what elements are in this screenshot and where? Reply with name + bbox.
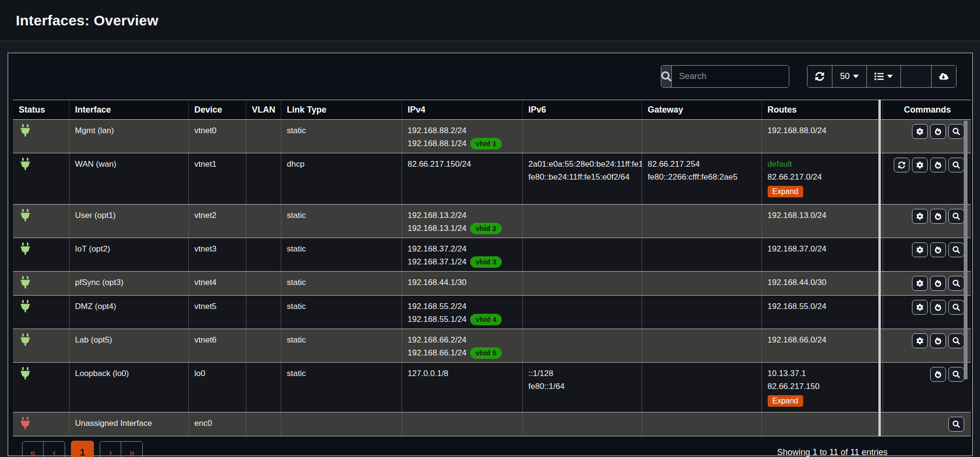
command-search-button[interactable]: [948, 242, 964, 257]
command-gear-button[interactable]: [912, 333, 928, 348]
route-entry: 192.168.66.0/24: [768, 333, 879, 346]
interface-cell: IoT (opt2): [69, 238, 188, 272]
column-header-routes[interactable]: Routes: [761, 100, 883, 120]
refresh-button[interactable]: [807, 66, 832, 87]
vlan-cell: [246, 153, 281, 205]
command-flame-button[interactable]: [930, 158, 946, 172]
expand-routes-button[interactable]: Expand: [768, 186, 803, 197]
expand-routes-button[interactable]: Expand: [768, 395, 803, 407]
search-input[interactable]: [672, 66, 789, 87]
plug-status-icon: [21, 242, 30, 255]
command-flame-button[interactable]: [930, 276, 946, 291]
routes-cell: [761, 412, 883, 436]
flame-icon: [934, 161, 942, 169]
command-search-button[interactable]: [948, 367, 964, 382]
plug-status-icon: [21, 124, 30, 137]
table-footer: « ‹ 1 › » Showing 1 to 11 of 11 entries: [8, 436, 972, 457]
command-search-button[interactable]: [948, 417, 964, 432]
command-flame-button[interactable]: [930, 209, 946, 224]
search-icon: [953, 161, 960, 169]
ipv6-cell: [522, 412, 642, 436]
ipv4-cell: 192.168.44.1/30: [402, 272, 522, 296]
chevron-down-icon: [887, 75, 893, 78]
flame-icon: [934, 246, 942, 253]
link-type-cell: static: [281, 363, 402, 412]
plug-status-icon: [21, 333, 30, 346]
plug-status-icon: [21, 276, 30, 288]
column-header-ipv6[interactable]: IPv6: [522, 100, 642, 120]
refresh-icon: [815, 72, 824, 81]
page-size-select[interactable]: 50: [832, 66, 867, 87]
interfaces-table-wrap: StatusInterfaceDeviceVLANLink TypeIPv4IP…: [13, 100, 968, 436]
route-entry: 192.168.44.0/30: [768, 276, 879, 289]
vhid-badge: vhid 5: [470, 347, 501, 359]
column-header-commands[interactable]: Commands: [883, 100, 971, 120]
command-search-button[interactable]: [948, 124, 964, 139]
cloud-download-button[interactable]: [932, 66, 956, 87]
ipv6-cell: [522, 329, 642, 363]
prev-page-button[interactable]: ‹: [44, 442, 65, 457]
command-refresh-button[interactable]: [894, 158, 910, 172]
link-type-cell: static: [281, 205, 402, 238]
search-icon: [953, 128, 960, 135]
vhid-badge: vhid 4: [470, 314, 501, 325]
page-1-button[interactable]: 1: [71, 441, 94, 457]
column-header-vlan[interactable]: VLAN: [246, 100, 281, 120]
command-search-button[interactable]: [948, 300, 964, 315]
column-header-device[interactable]: Device: [188, 100, 246, 120]
flame-icon: [934, 337, 942, 344]
vlan-cell: [246, 329, 281, 363]
command-flame-button[interactable]: [930, 124, 946, 139]
command-flame-button[interactable]: [930, 242, 946, 257]
gear-icon: [916, 161, 923, 169]
commands-cell: [883, 238, 971, 272]
command-search-button[interactable]: [948, 158, 964, 172]
toolbar-blank-button[interactable]: [901, 66, 932, 87]
device-cell: vtnet3: [188, 238, 246, 272]
command-gear-button[interactable]: [912, 124, 928, 139]
interface-cell: WAN (wan): [69, 153, 188, 205]
command-gear-button[interactable]: [912, 300, 928, 315]
inner-vertical-scrollbar[interactable]: [878, 100, 881, 436]
device-cell: vtnet4: [188, 272, 246, 296]
next-page-button[interactable]: ›: [100, 442, 121, 457]
status-cell: [13, 120, 69, 153]
routes-cell: 192.168.13.0/24: [761, 205, 883, 238]
command-gear-button[interactable]: [912, 209, 928, 224]
route-entry: 82.66.217.150: [768, 380, 879, 393]
search-icon: [953, 280, 960, 287]
search-icon: [953, 337, 960, 344]
link-type-cell: [281, 412, 402, 436]
column-header-gateway[interactable]: Gateway: [642, 100, 761, 120]
route-entry: 10.13.37.1: [768, 367, 879, 380]
command-flame-button[interactable]: [930, 300, 946, 315]
command-gear-button[interactable]: [912, 276, 928, 291]
search-icon: [661, 71, 671, 81]
link-type-cell: dhcp: [281, 153, 402, 205]
first-page-button[interactable]: «: [23, 442, 44, 457]
ipv4-cell: 192.168.66.2/24192.168.66.1/24vhid 5: [402, 329, 522, 363]
command-search-button[interactable]: [948, 276, 964, 291]
command-gear-button[interactable]: [912, 158, 928, 172]
device-cell: vtnet0: [188, 120, 246, 153]
column-header-link-type[interactable]: Link Type: [281, 100, 402, 120]
column-header-interface[interactable]: Interface: [69, 100, 188, 120]
ipv6-cell: [522, 238, 642, 272]
list-button[interactable]: [867, 66, 901, 87]
last-page-button[interactable]: »: [121, 442, 142, 457]
gear-icon: [916, 304, 923, 311]
gateway-cell: [642, 205, 761, 238]
command-search-button[interactable]: [948, 333, 964, 348]
flame-icon: [934, 213, 942, 220]
ipv6-cell: [522, 120, 642, 153]
command-search-button[interactable]: [948, 209, 964, 224]
table-scrollbar-thumb[interactable]: [964, 121, 968, 379]
column-header-ipv4[interactable]: IPv4: [402, 100, 522, 120]
column-header-status[interactable]: Status: [13, 100, 69, 120]
gear-icon: [916, 128, 923, 135]
command-flame-button[interactable]: [930, 333, 946, 348]
command-gear-button[interactable]: [912, 242, 928, 257]
command-flame-button[interactable]: [930, 367, 946, 382]
search-button[interactable]: [661, 66, 672, 87]
flame-icon: [934, 304, 942, 311]
